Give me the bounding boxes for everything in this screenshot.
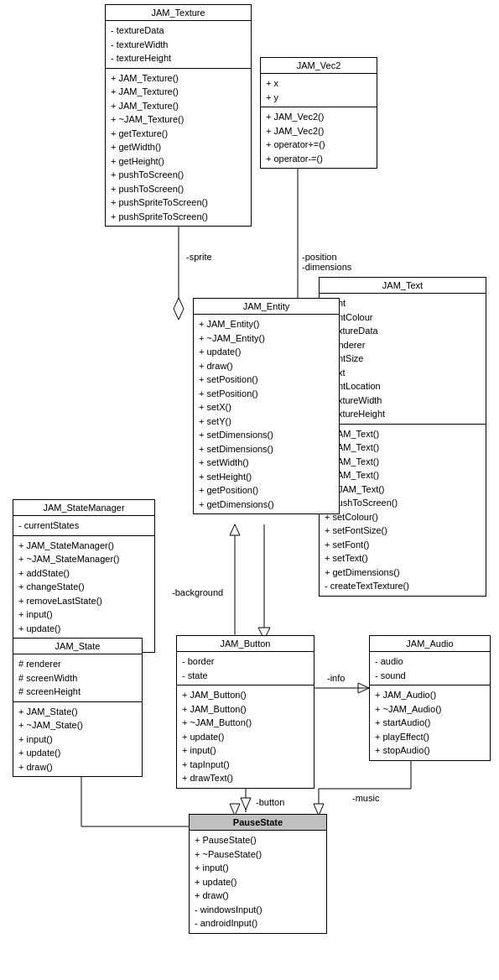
svg-text:-button: -button — [256, 797, 284, 807]
svg-text:-background: -background — [172, 587, 223, 597]
pause-state-methods: + PauseState() + ~PauseState() + input()… — [190, 831, 326, 933]
jam-entity-box: JAM_Entity + JAM_Entity() + ~JAM_Entity(… — [193, 298, 340, 514]
pause-state-box: PauseState + PauseState() + ~PauseState(… — [189, 814, 327, 934]
jam-statemanager-attrs: - currentStates — [13, 516, 154, 536]
jam-button-attrs: - border - state — [177, 652, 314, 685]
svg-marker-1 — [174, 298, 184, 320]
jam-entity-methods: + JAM_Entity() + ~JAM_Entity() + update(… — [194, 315, 339, 513]
jam-entity-title: JAM_Entity — [194, 299, 339, 315]
jam-text-methods: + JAM_Text() + JAM_Text() + JAM_Text() +… — [320, 425, 486, 596]
jam-text-title: JAM_Text — [320, 278, 486, 294]
jam-button-title: JAM_Button — [177, 636, 314, 652]
jam-audio-attrs: - audio - sound — [370, 652, 490, 685]
jam-button-methods: + JAM_Button() + JAM_Button() + ~JAM_But… — [177, 685, 314, 788]
jam-vec2-box: JAM_Vec2 + x + y + JAM_Vec2() + JAM_Vec2… — [260, 57, 377, 169]
jam-button-box: JAM_Button - border - state + JAM_Button… — [176, 635, 314, 789]
jam-text-box: JAM_Text - font - fontColour - textureDa… — [319, 277, 486, 597]
jam-audio-box: JAM_Audio - audio - sound + JAM_Audio() … — [369, 635, 491, 761]
jam-vec2-attrs: + x + y — [261, 74, 377, 107]
jam-state-box: JAM_State # renderer # screenWidth # scr… — [13, 638, 143, 777]
svg-marker-31 — [358, 683, 369, 693]
svg-text:-sprite: -sprite — [186, 252, 212, 262]
jam-vec2-methods: + JAM_Vec2() + JAM_Vec2() + operator+=()… — [261, 107, 377, 168]
svg-text:-info: -info — [327, 673, 345, 683]
jam-statemanager-title: JAM_StateManager — [13, 500, 154, 516]
jam-texture-methods: + JAM_Texture() + JAM_Texture() + JAM_Te… — [106, 69, 251, 227]
diagram-container: -sprite -position -dimensions -text #sta… — [0, 0, 499, 980]
svg-marker-23 — [241, 798, 251, 810]
jam-state-methods: + JAM_State() + ~JAM_State() + input() +… — [13, 702, 142, 777]
jam-statemanager-methods: + JAM_StateManager() + ~JAM_StateManager… — [13, 536, 154, 652]
jam-statemanager-box: JAM_StateManager - currentStates + JAM_S… — [13, 499, 155, 653]
jam-text-attrs: - font - fontColour - textureData - rend… — [320, 294, 486, 425]
jam-audio-title: JAM_Audio — [370, 636, 490, 652]
svg-text:-position: -position — [302, 252, 337, 262]
jam-texture-title: JAM_Texture — [106, 5, 251, 21]
svg-text:-dimensions: -dimensions — [302, 262, 352, 272]
pause-state-title: PauseState — [190, 815, 326, 831]
jam-texture-attrs: - textureData - textureWidth - textureHe… — [106, 21, 251, 69]
jam-state-title: JAM_State — [13, 639, 142, 654]
svg-text:-music: -music — [352, 793, 380, 803]
jam-audio-methods: + JAM_Audio() + ~JAM_Audio() + startAudi… — [370, 685, 490, 760]
svg-marker-34 — [230, 524, 240, 535]
jam-state-attrs: # renderer # screenWidth # screenHeight — [13, 654, 142, 702]
jam-texture-box: JAM_Texture - textureData - textureWidth… — [105, 4, 252, 227]
jam-vec2-title: JAM_Vec2 — [261, 58, 377, 74]
